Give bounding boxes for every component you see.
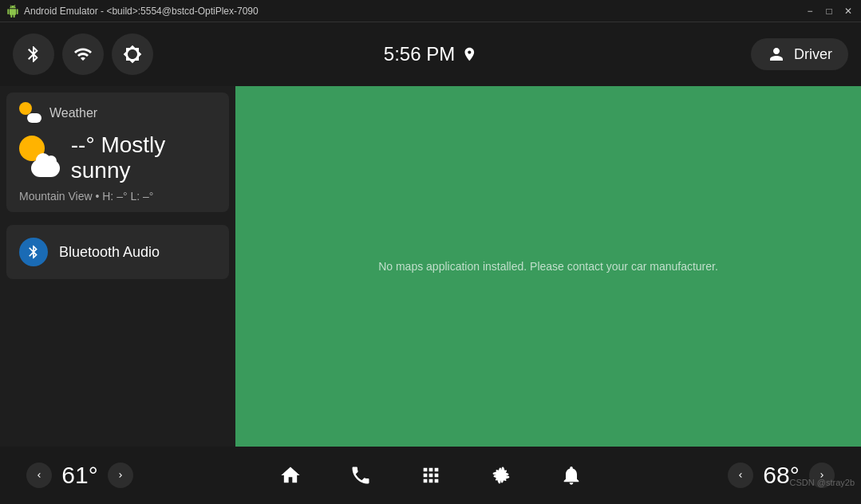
grid-button[interactable] bbox=[412, 456, 450, 494]
signal-icon bbox=[73, 45, 93, 64]
left-temp-decrease-button[interactable] bbox=[26, 463, 52, 488]
location-pin-icon bbox=[461, 46, 477, 62]
watermark: CSDN @stray2b bbox=[790, 478, 855, 487]
time-display: 5:56 PM bbox=[384, 43, 455, 65]
weather-header-icon bbox=[19, 102, 41, 124]
home-button[interactable] bbox=[271, 456, 310, 494]
brightness-button[interactable] bbox=[112, 33, 153, 75]
left-chevron-icon bbox=[34, 471, 44, 480]
weather-title: Weather bbox=[49, 106, 97, 120]
fan-button[interactable] bbox=[482, 456, 520, 494]
bluetooth-card[interactable]: Bluetooth Audio bbox=[6, 225, 229, 279]
weather-header: Weather bbox=[19, 102, 216, 124]
bluetooth-label: Bluetooth Audio bbox=[59, 244, 160, 261]
bluetooth-card-icon bbox=[19, 238, 48, 266]
weather-condition-icon bbox=[19, 136, 60, 180]
left-temp-value: 61° bbox=[61, 462, 97, 489]
brightness-icon bbox=[123, 45, 142, 64]
bluetooth-card-svg bbox=[26, 244, 41, 260]
center-info: 5:56 PM bbox=[384, 43, 477, 65]
bell-icon bbox=[560, 464, 583, 486]
weather-main: --° Mostly sunny bbox=[19, 132, 216, 183]
driver-button[interactable]: Driver bbox=[751, 38, 848, 70]
fan-icon bbox=[490, 464, 512, 486]
weather-location: Mountain View • H: –° L: –° bbox=[19, 190, 216, 203]
top-nav: 5:56 PM Driver bbox=[0, 22, 861, 86]
left-temp-increase-button[interactable] bbox=[108, 463, 133, 488]
maximize-button[interactable]: □ bbox=[823, 5, 835, 18]
sidebar: Weather --° Mostly sunny Mountain View •… bbox=[0, 86, 235, 447]
bottom-bar: 61° bbox=[0, 447, 861, 504]
right-temp-control: 68° CSDN @stray2b bbox=[701, 462, 861, 489]
phone-button[interactable] bbox=[342, 456, 380, 494]
driver-label: Driver bbox=[794, 46, 832, 63]
left-temp-control: 61° bbox=[0, 462, 160, 489]
title-text: Android Emulator - <build>:5554@bstcd-Op… bbox=[24, 6, 804, 17]
left-controls bbox=[13, 33, 153, 75]
weather-condition-text: --° Mostly sunny bbox=[71, 132, 216, 183]
right-chevron-left-icon bbox=[116, 471, 125, 480]
bluetooth-icon bbox=[24, 45, 43, 64]
right-chevron-left-arrow-icon bbox=[736, 471, 745, 480]
notifications-button[interactable] bbox=[552, 456, 590, 494]
weather-temp-value: --° bbox=[71, 132, 95, 157]
bluetooth-button[interactable] bbox=[13, 33, 54, 75]
signal-button[interactable] bbox=[62, 33, 104, 75]
person-icon bbox=[767, 45, 786, 64]
android-logo bbox=[6, 5, 19, 18]
title-bar: Android Emulator - <build>:5554@bstcd-Op… bbox=[0, 0, 861, 22]
minimize-button[interactable]: − bbox=[804, 5, 816, 18]
map-area: No maps application installed. Please co… bbox=[235, 86, 861, 447]
grid-icon bbox=[420, 464, 442, 486]
close-button[interactable]: ✕ bbox=[842, 5, 855, 18]
phone-icon bbox=[350, 464, 372, 486]
no-maps-message: No maps application installed. Please co… bbox=[378, 260, 718, 273]
main-area: 5:56 PM Driver Weather bbox=[0, 22, 861, 504]
right-temp-decrease-button[interactable] bbox=[728, 463, 753, 488]
content-area: Weather --° Mostly sunny Mountain View •… bbox=[0, 86, 861, 447]
home-icon bbox=[279, 464, 302, 486]
window-controls: − □ ✕ bbox=[804, 5, 855, 18]
weather-card[interactable]: Weather --° Mostly sunny Mountain View •… bbox=[6, 93, 229, 212]
center-nav bbox=[160, 456, 701, 494]
